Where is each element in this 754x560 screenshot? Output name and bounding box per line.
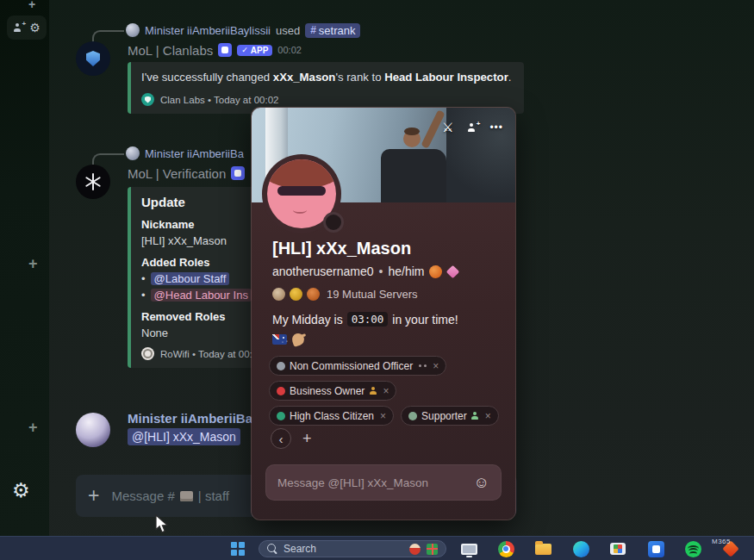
role-pill-non-commissioned-officer[interactable]: Non Commissioned Officer × [269,356,446,376]
discord-app-window: + + ⚙ + + ⚙ Minister iiAmberiiBaylissii … [0,0,754,560]
add-friend-icon[interactable]: + [467,123,476,132]
profile-actions: ⚔ + ••• [442,120,503,135]
chrome-icon[interactable] [497,540,514,557]
app-emoji-badge-2 [231,166,245,180]
edge-icon[interactable] [572,540,589,557]
orange-emoji-badge [429,265,442,278]
remove-role-icon[interactable]: × [485,410,491,422]
add-server-top-icon[interactable]: + [28,0,35,11]
head-labour-inspector-mention[interactable]: @Head Labour Ins [151,289,252,302]
bot-name[interactable]: MoL | Clanlabs [128,43,213,58]
role-actions: ‹ + [271,428,312,449]
custom-status: My Midday is 03:00 in your time! [272,312,458,327]
role-dot [277,387,285,395]
taskbar-search[interactable] [259,540,446,557]
bullet: • [141,272,146,285]
role-pill-business-owner[interactable]: Business Owner × [269,381,396,401]
embed-footer-text-2: RoWifi • Today at 00:02 [160,349,264,359]
spotify-icon[interactable] [684,540,701,557]
reply-spine-2 [92,153,124,165]
remove-role-icon[interactable]: × [383,385,389,397]
user-settings-icon[interactable]: ⚙ [12,481,30,501]
emoji-picker-icon[interactable]: ☺ [474,475,489,490]
display-name: [HLI] xXx_Mason [272,239,411,258]
profile-avatar[interactable] [262,154,341,233]
mutual-servers-label: 19 Mutual Servers [327,288,418,301]
bot-name-2[interactable]: MoL | Verification [128,166,226,181]
reply-spine [92,30,124,42]
role-pill-supporter[interactable]: Supporter × [401,406,499,426]
author-name-3[interactable]: Minister iiAmberiiBay [128,411,259,426]
remove-role-icon[interactable]: × [433,360,439,372]
author-name-2[interactable]: Minister iiAmberiiBa [145,147,244,160]
status-emoji-row [272,333,304,345]
author-mini-avatar-2[interactable] [126,146,140,160]
verification-bot-avatar[interactable] [76,165,110,199]
embed-footer-text: Clan Labs • Today at 00:02 [160,95,278,105]
pink-diamond-badge [446,264,460,278]
australia-flag-emoji [272,334,287,345]
profile-message-input[interactable]: ☺ [265,464,502,501]
more-options-icon[interactable]: ••• [489,121,503,134]
add-role-button[interactable]: + [302,431,312,446]
check-icon: ✓ [241,46,248,54]
role-list: Non Commissioned Officer × Business Owne… [269,356,500,431]
bot-header-1: MoL | Clanlabs ✓ APP 00:02 [128,42,302,58]
add-server-icon[interactable]: + [28,255,38,273]
bot-header-2: MoL | Verification [128,165,245,181]
status-time: 03:00 [347,312,389,327]
rail-header: + ⚙ [7,16,47,40]
username-row: anotherusername0 • he/him [272,264,458,278]
m365-label: M365 [712,538,731,545]
avatar-status-badge [323,212,344,233]
interaction-line-2: Minister iiAmberiiBa [126,146,244,161]
search-icon [267,544,277,554]
swords-icon[interactable]: ⚔ [442,120,453,135]
username: anotherusername0 [272,264,374,278]
role-person-icon [471,412,479,420]
mutual-server-icon-2 [290,288,302,301]
author-mini-avatar[interactable] [126,23,140,37]
blue-app-icon[interactable] [647,540,664,557]
role-person-icon [369,387,377,395]
user-mention[interactable]: @[HLI] xXx_Mason [128,428,240,445]
slash-command-icon: # [310,24,316,36]
store-icon[interactable] [609,540,626,557]
server-settings-icon[interactable]: ⚙ [29,22,41,34]
member-add-icon[interactable]: + [13,23,22,32]
app-emoji-badge [218,43,232,57]
role-dot [277,412,285,420]
bullet-2: • [141,289,146,302]
interaction-line-1: Minister iiAmberiiBaylissii used # setra… [126,22,360,38]
message-content: @[HLI] xXx_Mason [128,429,240,445]
file-explorer-icon[interactable] [534,540,551,557]
collapse-roles-button[interactable]: ‹ [271,428,291,449]
minister-avatar[interactable] [76,413,110,447]
message-placeholder: Message # | staff [111,488,229,503]
used-label: used [276,24,300,37]
mouse-cursor [154,514,169,535]
mutual-servers[interactable]: 19 Mutual Servers [272,288,418,301]
timestamp: 00:02 [277,45,302,55]
app-badge: ✓ APP [237,45,272,56]
desktop-app-icon[interactable] [460,540,477,557]
add-server-icon-2[interactable]: + [28,419,38,437]
command-mention[interactable]: # setrank [305,23,360,38]
rowifi-footer-icon [141,347,154,360]
clanlabs-footer-icon [141,93,154,106]
clanlabs-bot-avatar[interactable] [76,41,110,76]
author-name[interactable]: Minister iiAmberiiBaylissii [145,24,271,37]
profile-message-field[interactable] [277,476,467,489]
embed-text: I've successfully changed xXx_Mason's ra… [141,70,514,85]
role-pill-high-class-citizen[interactable]: High Class Citizen × [269,406,394,426]
remove-role-icon[interactable]: × [380,410,386,422]
command-name: setrank [319,24,356,37]
start-button[interactable] [231,542,245,556]
search-input[interactable] [284,543,403,555]
labour-staff-mention[interactable]: @Labour Staff [151,272,230,285]
profile-popout: ⚔ + ••• [HLI] xXx_Mason anotherusername0… [252,108,515,520]
gift-icon[interactable] [427,544,438,555]
attach-plus-icon[interactable]: + [88,486,99,506]
search-highlight-icon[interactable] [409,544,421,555]
mutual-server-icon-3 [307,288,320,301]
